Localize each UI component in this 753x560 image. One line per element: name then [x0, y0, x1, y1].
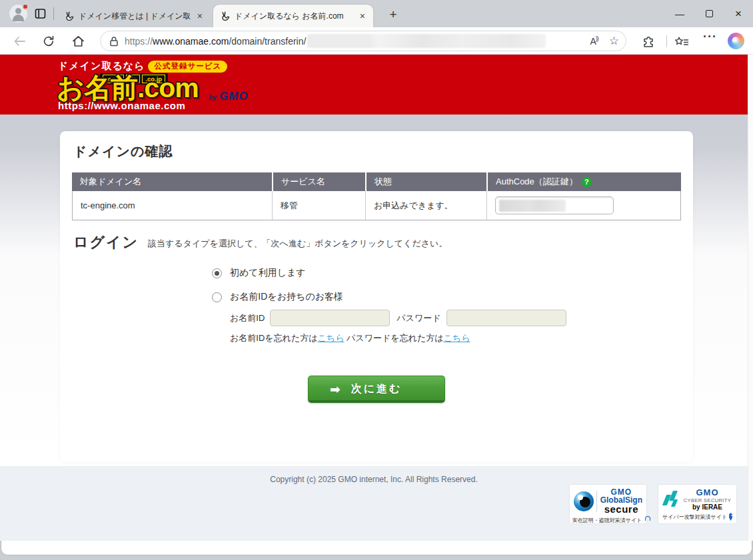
cell-authcode [486, 191, 679, 220]
tab-title: ドメイン取るなら お名前.com [235, 11, 353, 22]
next-button[interactable]: ➡ 次に進む [308, 376, 445, 403]
onamae-favicon [64, 11, 75, 21]
radio-selected-icon[interactable] [212, 268, 222, 278]
login-section-header: ログイン 該当するタイプを選択して、「次へ進む」ボタンをクリックしてください。 [73, 232, 447, 252]
new-tab-button[interactable]: + [384, 6, 402, 23]
authcode-input[interactable] [495, 196, 614, 214]
copyright-text: Copyright (c) 2025 GMO internet, Inc. Al… [0, 466, 748, 484]
settings-more-icon[interactable]: ··· [703, 30, 717, 44]
cs-caption: サイバー攻撃対策済サイト [662, 513, 727, 521]
tab-close-icon[interactable]: × [195, 11, 205, 21]
page-footer: Copyright (c) 2025 GMO internet, Inc. Al… [0, 466, 748, 541]
cs-shield-icon [729, 513, 732, 521]
url-path: /domain/transferin/ [229, 36, 306, 47]
password-field[interactable] [446, 310, 566, 326]
gs-caption: 実在証明・盗聴対策済サイト [572, 517, 642, 524]
close-button[interactable]: × [724, 0, 753, 27]
copilot-icon[interactable] [728, 33, 744, 49]
maximize-icon [706, 10, 713, 17]
tab-close-icon[interactable]: × [357, 11, 368, 21]
authcode-help-icon[interactable]: ? [582, 177, 592, 187]
forgot-id-link[interactable]: こちら [318, 333, 345, 343]
forgot-password-link[interactable]: こちら [444, 333, 470, 343]
address-bar[interactable]: https://www.onamae.com/domain/transferin… [100, 31, 626, 51]
cs-name-label: CYBER SECURITY [682, 498, 732, 503]
col-status: 状態 [365, 172, 486, 191]
authcode-redacted-blur [499, 200, 566, 212]
table-row: tc-engine.com 移管 お申込みできます。 [72, 191, 681, 220]
workspaces-icon[interactable] [35, 8, 46, 19]
cs-by-label: by IERAE [682, 503, 732, 511]
tab-domain-transfer-info[interactable]: ドメイン移管とは | ドメイン取るなら お × [57, 5, 211, 27]
browser-titlebar: ドメイン移管とは | ドメイン取るなら お × ドメイン取るなら お名前.com… [0, 0, 753, 27]
login-instruction: 該当するタイプを選択して、「次へ進む」ボタンをクリックしてください。 [148, 238, 447, 252]
forgot-id-text: お名前IDを忘れた方は [230, 333, 318, 343]
url-text: https://www.onamae.com/domain/transferin… [125, 36, 306, 47]
tab-onamae-active[interactable]: ドメイン取るなら お名前.com × [213, 5, 373, 27]
page-scrollbar[interactable] [748, 55, 753, 541]
col-authcode: AuthCode（認証鍵） ? [486, 172, 680, 191]
table-header-row: 対象ドメイン名 サービス名 状態 AuthCode（認証鍵） ? [72, 172, 681, 191]
minimize-button[interactable]: — [665, 0, 694, 27]
credentials-row: お名前ID パスワード [230, 310, 566, 326]
back-icon[interactable] [11, 33, 28, 50]
password-label: パスワード [396, 312, 440, 324]
domain-table: 対象ドメイン名 サービス名 状態 AuthCode（認証鍵） ? tc-engi… [72, 172, 681, 220]
url-redacted-blur [307, 34, 546, 48]
cell-domain: tc-engine.com [73, 191, 272, 220]
ierae-logo-icon [662, 490, 680, 509]
forgot-password-text: パスワードを忘れた方は [344, 333, 443, 343]
radio-first-time[interactable]: 初めて利用します [212, 267, 306, 279]
cyber-security-seal[interactable]: GMO CYBER SECURITY by IERAE サイバー攻撃対策済サイト [658, 485, 736, 523]
onamae-logo[interactable]: ドメイン取るなら 公式登録サービス .com .jp .co.jp お名前.co… [57, 59, 270, 112]
browser-window: ドメイン移管とは | ドメイン取るなら お × ドメイン取るなら お名前.com… [0, 0, 753, 560]
page-background: ドメインの確認 対象ドメイン名 サービス名 状態 AuthCode（認証鍵） ?… [0, 115, 748, 466]
extensions-icon[interactable] [640, 33, 657, 51]
onamae-id-label: お名前ID [230, 312, 265, 324]
refresh-icon[interactable] [40, 33, 57, 50]
radio-existing-id[interactable]: お名前IDをお持ちのお客様 [212, 291, 343, 303]
cell-status: お申込みできます。 [365, 191, 486, 220]
onamae-favicon [220, 11, 231, 21]
browser-toolbar: https://www.onamae.com/domain/transferin… [0, 27, 753, 55]
by-gmo-label: by GMO [209, 90, 249, 103]
tab-divider [53, 7, 54, 20]
lock-icon [109, 36, 119, 47]
col-service-name: サービス名 [272, 172, 365, 191]
gs-secure-label: secure [600, 504, 642, 514]
home-icon[interactable] [69, 33, 87, 50]
onamae-site-header: ドメイン取るなら 公式登録サービス .com .jp .co.jp お名前.co… [0, 55, 748, 115]
favorites-bar-icon[interactable] [673, 33, 690, 51]
globalsign-seal[interactable]: GMO GlobalSign secure 実在証明・盗聴対策済サイト [570, 485, 646, 523]
onamae-id-field[interactable] [270, 310, 390, 326]
login-title: ログイン [73, 232, 139, 252]
maximize-button[interactable] [694, 0, 724, 27]
favorite-star-icon[interactable]: ☆ [609, 34, 619, 48]
toolbar-divider [666, 35, 667, 47]
window-controls: — × [665, 0, 753, 27]
window-bottom-edge [1, 541, 752, 555]
content-card: ドメインの確認 対象ドメイン名 サービス名 状態 AuthCode（認証鍵） ?… [60, 131, 693, 462]
profile-avatar[interactable] [9, 5, 27, 23]
domain-check-title: ドメインの確認 [73, 142, 173, 160]
forgot-links-row: お名前IDを忘れた方はこちら パスワードを忘れた方はこちら [230, 332, 470, 344]
read-aloud-icon[interactable]: A)) [590, 35, 598, 47]
radio-unselected-icon[interactable] [212, 292, 222, 302]
url-domain: www.onamae.com [153, 36, 229, 47]
cell-service: 移管 [272, 191, 365, 220]
col-domain-name: 対象ドメイン名 [72, 172, 272, 191]
avatar-body [13, 15, 24, 21]
tab-title: ドメイン移管とは | ドメイン取るなら お [79, 11, 191, 22]
url-scheme: https:// [125, 36, 153, 47]
avatar-head [15, 8, 21, 14]
globalsign-eye-icon [574, 491, 594, 511]
cs-gmo-label: GMO [682, 488, 732, 498]
logo-site-url: https://www.onamae.com [58, 100, 185, 111]
notification-dot [22, 3, 29, 10]
